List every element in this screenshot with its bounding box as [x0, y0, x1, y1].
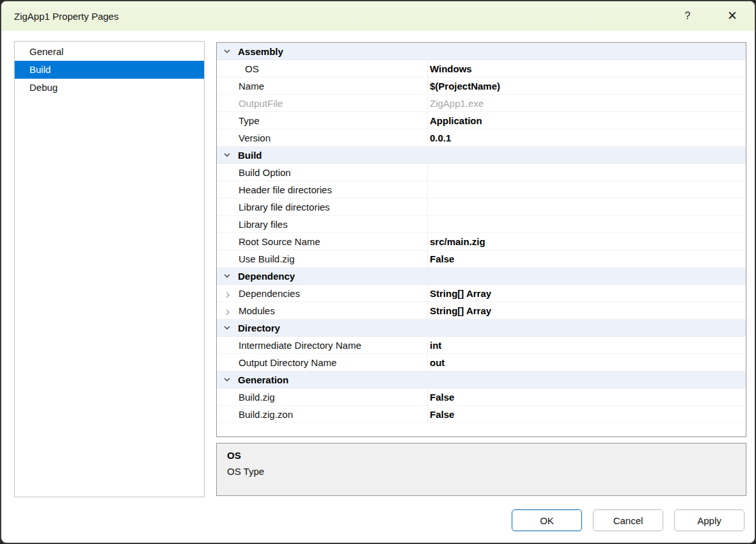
page-list: GeneralBuildDebug — [14, 41, 205, 497]
property-value[interactable]: src/main.zig — [428, 233, 746, 250]
chevron-right-icon[interactable] — [224, 307, 232, 315]
category-row-assembly[interactable]: Assembly — [217, 43, 746, 60]
property-value[interactable]: ZigApp1.exe — [428, 95, 746, 111]
property-name: Name — [217, 77, 428, 94]
property-row-root-source-name[interactable]: Root Source Namesrc/main.zig — [217, 233, 746, 250]
property-value[interactable]: String[] Array — [428, 302, 746, 319]
window-title: ZigApp1 Property Pages — [1, 11, 118, 22]
property-name: Intermediate Directory Name — [217, 337, 428, 353]
property-row-name[interactable]: Name$(ProjectName) — [217, 77, 746, 95]
property-row-header-file-directories[interactable]: Header file directories — [217, 181, 746, 198]
property-name: Library file directories — [217, 198, 428, 215]
property-name: Build Option — [217, 164, 428, 180]
property-value[interactable]: False — [428, 406, 746, 422]
chevron-down-icon[interactable] — [223, 47, 232, 55]
property-value[interactable] — [428, 198, 746, 215]
property-row-os[interactable]: OSWindows — [217, 60, 746, 77]
category-row-directory[interactable]: Directory — [217, 319, 746, 337]
chevron-down-icon[interactable] — [223, 151, 232, 159]
chevron-down-icon[interactable] — [223, 376, 232, 383]
property-pages-window: ZigApp1 Property Pages ? ✕ GeneralBuildD… — [0, 0, 756, 544]
description-text: OS Type — [227, 466, 736, 477]
category-label: Assembly — [238, 46, 283, 57]
ok-button[interactable]: OK — [512, 509, 582, 531]
category-label: Generation — [238, 374, 288, 385]
description-title: OS — [227, 450, 736, 461]
cancel-button[interactable]: Cancel — [593, 509, 663, 531]
property-value[interactable] — [428, 164, 746, 180]
property-row-version[interactable]: Version0.0.1 — [217, 129, 746, 147]
property-row-library-files[interactable]: Library files — [217, 216, 746, 233]
property-row-build-option[interactable]: Build Option — [217, 164, 746, 181]
category-label: Directory — [238, 323, 280, 333]
property-row-modules[interactable]: ModulesString[] Array — [217, 302, 746, 319]
category-row-generation[interactable]: Generation — [217, 371, 746, 388]
sidebar-item-general[interactable]: General — [15, 43, 204, 61]
property-value[interactable] — [428, 181, 746, 198]
property-row-build-zig[interactable]: Build.zigFalse — [217, 388, 746, 406]
property-name: Root Source Name — [217, 233, 428, 250]
property-value[interactable]: out — [428, 354, 746, 371]
property-row-build-zig-zon[interactable]: Build.zig.zonFalse — [217, 406, 746, 423]
property-row-output-directory-name[interactable]: Output Directory Nameout — [217, 354, 746, 371]
property-name: OutputFile — [217, 95, 428, 111]
property-value[interactable]: int — [428, 337, 746, 353]
description-panel: OS OS Type — [216, 443, 746, 496]
property-name: Type — [217, 112, 428, 129]
property-value[interactable]: 0.0.1 — [428, 129, 746, 146]
property-row-use-build-zig[interactable]: Use Build.zigFalse — [217, 250, 746, 268]
property-name: Library files — [217, 216, 428, 232]
category-row-dependency[interactable]: Dependency — [217, 268, 746, 285]
property-name: Dependencies — [217, 285, 428, 301]
property-row-dependencies[interactable]: DependenciesString[] Array — [217, 285, 746, 302]
property-row-outputfile[interactable]: OutputFileZigApp1.exe — [217, 95, 746, 112]
chevron-down-icon[interactable] — [223, 272, 232, 280]
chevron-right-icon[interactable] — [224, 290, 232, 298]
property-name: Build.zig — [217, 388, 428, 405]
property-value[interactable] — [428, 216, 746, 232]
chevron-down-icon[interactable] — [223, 324, 232, 332]
titlebar[interactable]: ZigApp1 Property Pages ? ✕ — [1, 1, 755, 31]
category-row-build[interactable]: Build — [217, 147, 746, 164]
category-label: Dependency — [238, 271, 295, 282]
property-name: Use Build.zig — [217, 250, 428, 267]
help-icon[interactable]: ? — [677, 6, 698, 26]
property-row-intermediate-directory-name[interactable]: Intermediate Directory Nameint — [217, 337, 746, 354]
sidebar-item-build[interactable]: Build — [15, 61, 204, 79]
property-grid: AssemblyOSWindowsName$(ProjectName)Outpu… — [216, 42, 746, 437]
property-value[interactable]: $(ProjectName) — [428, 77, 746, 94]
property-name: Build.zig.zon — [217, 406, 428, 422]
property-name: Output Directory Name — [217, 354, 428, 371]
property-value[interactable]: Windows — [428, 60, 746, 77]
property-name: OS — [217, 60, 428, 77]
property-name: Header file directories — [217, 181, 428, 198]
property-value[interactable]: Application — [428, 112, 746, 129]
property-row-type[interactable]: TypeApplication — [217, 112, 746, 129]
property-name: Version — [217, 129, 428, 146]
close-icon[interactable]: ✕ — [721, 6, 743, 26]
property-value[interactable]: False — [428, 388, 746, 405]
property-value[interactable]: String[] Array — [428, 285, 746, 301]
sidebar-item-debug[interactable]: Debug — [15, 79, 204, 97]
apply-button[interactable]: Apply — [674, 509, 744, 531]
category-label: Build — [238, 150, 262, 161]
property-row-library-file-directories[interactable]: Library file directories — [217, 198, 746, 216]
property-value[interactable]: False — [428, 250, 746, 267]
property-name: Modules — [217, 302, 428, 319]
